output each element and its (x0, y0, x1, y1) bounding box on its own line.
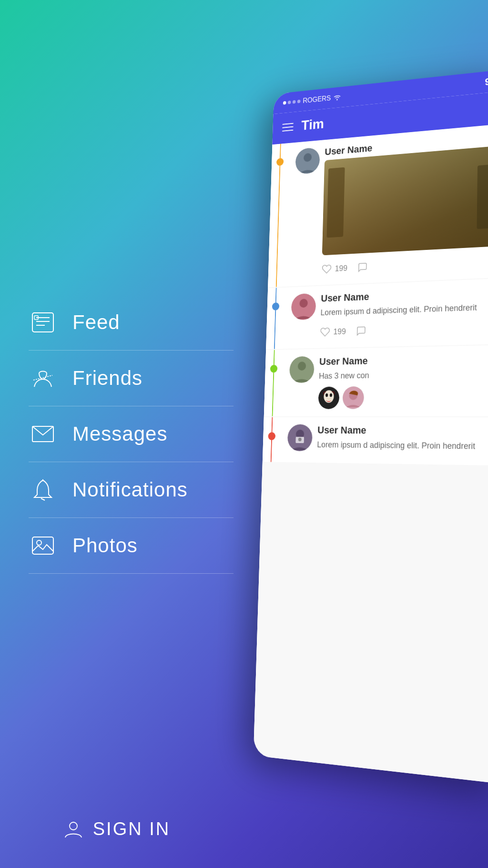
mini-avatar-2 (342, 386, 364, 409)
sign-in-area[interactable]: SIGN IN (0, 819, 234, 839)
svg-point-11 (70, 822, 77, 830)
avatar-3 (289, 356, 315, 383)
sidebar-item-friends[interactable]: Friends (29, 351, 234, 406)
app-title: Tim (301, 116, 324, 134)
friends-icon (29, 364, 57, 393)
feed-item-4: User Name Lorem ipsum d adipiscing elit.… (263, 417, 488, 466)
feed-body-4: User Name Lorem ipsum d adipiscing elit.… (317, 424, 488, 458)
sidebar-item-notifications[interactable]: Notifications (29, 462, 234, 518)
feed-item-3: User Name Has 3 new con (264, 345, 488, 416)
photos-icon (29, 531, 57, 560)
notifications-icon (29, 475, 57, 504)
carrier-name: ROGERS (303, 94, 331, 105)
friends-label: Friends (72, 367, 142, 390)
sidebar-item-photos[interactable]: Photos (29, 518, 234, 574)
phone-frame: ROGERS 9:2 Tim (254, 69, 488, 784)
hamburger-line-3 (282, 129, 293, 131)
sign-in-label: SIGN IN (93, 819, 170, 839)
signal-dot-2 (288, 101, 291, 104)
mini-avatar-1 (318, 387, 339, 409)
hamburger-line-1 (283, 123, 294, 124)
timeline-line-2 (274, 288, 277, 349)
phone-mockup: ROGERS 9:2 Tim (254, 69, 488, 784)
feed-icon (29, 308, 57, 337)
feed-label: Feed (72, 311, 120, 334)
photos-label: Photos (72, 534, 138, 557)
feed-username-4: User Name (317, 424, 488, 437)
left-panel: Feed Friends Messages (0, 0, 234, 868)
messages-label: Messages (72, 423, 167, 445)
like-count-2: 199 (333, 327, 346, 336)
notifications-label: Notifications (72, 478, 188, 501)
feed-image-1 (322, 146, 488, 256)
avatar-1 (295, 147, 320, 175)
feed-text-4: Lorem ipsum d adipiscing elit. Proin hen… (317, 439, 488, 453)
svg-point-10 (37, 540, 41, 545)
feed-content: User Name 199 (254, 123, 488, 784)
signal-dots (283, 100, 301, 105)
comment-button-2[interactable] (356, 325, 366, 336)
timeline-dot-3 (270, 365, 278, 373)
friends-row (318, 385, 488, 409)
like-button-1[interactable]: 199 (322, 263, 348, 275)
wifi-icon (333, 93, 341, 101)
hamburger-line-2 (282, 126, 293, 128)
timeline-line-3 (272, 350, 275, 416)
sign-in-icon (63, 819, 83, 839)
signal-dot-3 (293, 100, 296, 104)
timeline-dot-1 (276, 158, 284, 166)
feed-text-3: Has 3 new con (319, 368, 488, 382)
hamburger-menu[interactable] (282, 123, 294, 131)
sidebar-item-feed[interactable]: Feed (29, 295, 234, 351)
avatar-4 (287, 424, 313, 452)
messages-icon (29, 420, 57, 448)
status-left: ROGERS (283, 93, 342, 107)
feed-item-2: User Name Lorem ipsum d adipiscing elit.… (266, 278, 488, 349)
like-button-2[interactable]: 199 (320, 326, 346, 338)
feed-body-1: User Name 199 (322, 131, 488, 278)
feed-actions-2: 199 (320, 318, 488, 341)
signal-dot-1 (283, 101, 286, 105)
comment-button-1[interactable] (357, 262, 368, 273)
timeline-dot-4 (268, 432, 275, 440)
svg-rect-9 (32, 537, 53, 554)
feed-item-1: User Name 199 (268, 123, 488, 287)
sidebar-item-messages[interactable]: Messages (29, 406, 234, 462)
avatar-2 (291, 293, 316, 320)
status-time: 9:2 (485, 75, 488, 88)
main-navigation: Feed Friends Messages (29, 295, 234, 574)
feed-body-2: User Name Lorem ipsum d adipiscing elit.… (320, 286, 488, 341)
feed-body-3: User Name Has 3 new con (318, 352, 488, 409)
svg-line-7 (41, 498, 45, 500)
feed-actions-1: 199 (322, 252, 488, 278)
signal-dot-4 (297, 100, 301, 103)
feed-username-3: User Name (319, 352, 488, 367)
like-count-1: 199 (335, 263, 348, 273)
timeline-dot-2 (272, 302, 280, 310)
